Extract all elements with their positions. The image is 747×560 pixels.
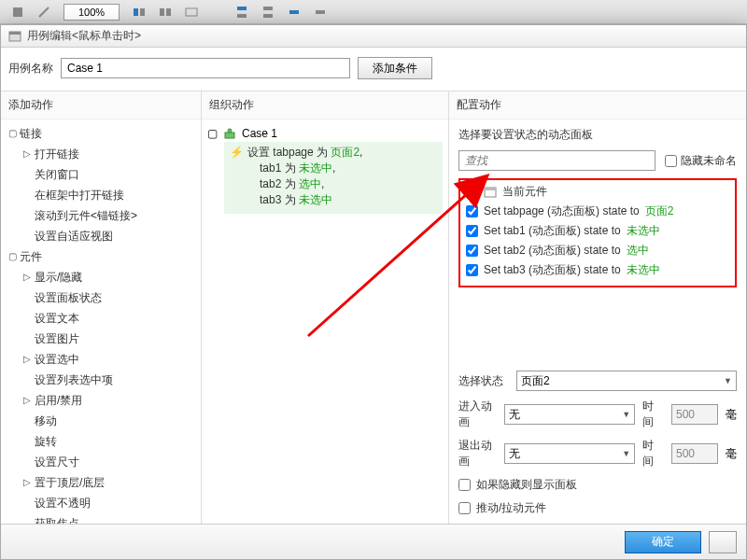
svg-rect-2 <box>140 8 145 16</box>
toolbar-btn[interactable] <box>34 3 54 21</box>
tree-item[interactable]: ▷打开链接 <box>16 144 201 164</box>
tree-item[interactable]: 设置不透明 <box>16 493 201 513</box>
toolbar-btn[interactable] <box>155 3 176 21</box>
caret-right-icon: ▷ <box>21 473 33 492</box>
svg-rect-6 <box>237 7 247 10</box>
panel-checkbox[interactable] <box>466 264 478 276</box>
toolbar-btn[interactable] <box>284 3 304 21</box>
svg-rect-0 <box>13 7 22 17</box>
tree-item[interactable]: 移动 <box>16 411 201 431</box>
organize-scroll[interactable]: ▢ Case 1 ⚡设置 tabpage 为 页面2, tab1 为 未选中, … <box>202 119 448 524</box>
tree-item[interactable]: 设置图片 <box>16 329 201 349</box>
case-name-label: 用例名称 <box>8 61 53 77</box>
anim-out-dropdown[interactable]: 无▼ <box>504 443 635 464</box>
select-state-dropdown[interactable]: 页面2▼ <box>516 371 737 391</box>
list-item[interactable]: Set tab1 (动态面板) state to 未选中 <box>464 221 731 241</box>
time-unit: 毫 <box>726 407 737 423</box>
svg-rect-13 <box>9 32 21 35</box>
tree-group-links[interactable]: ▢链接 <box>1 123 201 144</box>
actions-tree: ▢链接 ▷打开链接 关闭窗口 在框架中打开链接 滚动到元件<锚链接> 设置自适应… <box>1 123 201 524</box>
panel-checkbox[interactable] <box>466 186 478 198</box>
org-action-item[interactable]: ⚡设置 tabpage 为 页面2, tab1 为 未选中, tab2 为 选中… <box>224 142 443 214</box>
svg-rect-17 <box>485 188 496 190</box>
hide-unnamed-label: 隐藏未命名 <box>681 153 737 169</box>
svg-point-15 <box>228 129 232 133</box>
add-condition-button[interactable]: 添加条件 <box>358 57 432 79</box>
org-case-node[interactable]: ▢ Case 1 <box>207 127 443 140</box>
caret-down-icon: ▢ <box>7 124 18 143</box>
search-input[interactable] <box>458 150 655 171</box>
panel-label: 当前元件 <box>502 184 547 200</box>
caret-down-icon: ▢ <box>7 247 18 266</box>
caret-right-icon: ▷ <box>21 268 33 287</box>
show-if-hidden-checkbox[interactable] <box>458 479 471 491</box>
tree-item[interactable]: 设置尺寸 <box>16 452 201 472</box>
tree-item[interactable]: ▷显示/隐藏 <box>16 267 201 287</box>
panel-checkbox[interactable] <box>466 225 478 237</box>
widget-icon <box>484 187 497 198</box>
case-editor-dialog: 用例编辑<鼠标单击时> 用例名称 添加条件 添加动作 ▢链接 ▷打开链接 关闭窗… <box>0 24 747 560</box>
tree-group-widgets[interactable]: ▢元件 <box>1 246 201 267</box>
add-actions-header: 添加动作 <box>1 91 201 119</box>
dialog-icon <box>8 30 21 43</box>
zoom-input[interactable]: 100% <box>63 4 120 21</box>
secondary-button[interactable] <box>709 531 737 553</box>
anim-in-row: 进入动画 无▼ 时间 毫 <box>458 399 737 430</box>
panel-checkbox-list: 当前元件 Set tabpage (动态面板) state to 页面2 Set… <box>458 178 737 287</box>
anim-out-time-input[interactable] <box>671 443 718 464</box>
anim-in-dropdown[interactable]: 无▼ <box>504 404 635 425</box>
tree-item[interactable]: ▷启用/禁用 <box>16 390 201 411</box>
tree-item[interactable]: 在框架中打开链接 <box>16 185 201 205</box>
tree-item[interactable]: 旋转 <box>16 431 201 452</box>
organize-actions-column: 组织动作 ▢ Case 1 ⚡设置 tabpage 为 页面2, tab1 为 … <box>202 91 449 524</box>
tree-item[interactable]: 设置列表选中项 <box>16 370 201 390</box>
toolbar-btn[interactable] <box>258 3 278 21</box>
tree-item[interactable]: 滚动到元件<锚链接> <box>16 205 201 226</box>
configure-actions-column: 配置动作 选择要设置状态的动态面板 隐藏未命名 当前元件 Set tabpage… <box>449 91 746 524</box>
anim-in-time-input[interactable] <box>671 404 718 425</box>
caret-right-icon: ▷ <box>21 145 33 163</box>
caret-right-icon: ▷ <box>21 391 33 410</box>
svg-rect-10 <box>289 10 299 14</box>
list-item[interactable]: Set tab2 (动态面板) state to 选中 <box>464 241 731 260</box>
svg-rect-14 <box>225 133 234 138</box>
columns: 添加动作 ▢链接 ▷打开链接 关闭窗口 在框架中打开链接 滚动到元件<锚链接> … <box>1 91 746 524</box>
tree-item[interactable]: 设置面板状态 <box>16 287 201 308</box>
toolbar-btn[interactable] <box>7 3 28 21</box>
tree-item[interactable]: 设置自适应视图 <box>16 226 201 246</box>
panel-checkbox[interactable] <box>466 205 478 217</box>
toolbar-btn[interactable] <box>232 3 252 21</box>
list-item[interactable]: 当前元件 <box>464 182 731 202</box>
svg-rect-1 <box>134 8 138 16</box>
toolbar-btn[interactable] <box>129 3 149 21</box>
push-pull-checkbox[interactable] <box>458 502 471 514</box>
tree-item[interactable]: 关闭窗口 <box>16 164 201 185</box>
toolbar-btn[interactable] <box>181 3 202 21</box>
svg-rect-5 <box>186 8 197 16</box>
list-item[interactable]: Set tabpage (动态面板) state to 页面2 <box>464 202 731 221</box>
add-actions-column: 添加动作 ▢链接 ▷打开链接 关闭窗口 在框架中打开链接 滚动到元件<锚链接> … <box>1 91 202 524</box>
tree-item[interactable]: ▷设置选中 <box>16 349 201 370</box>
tree-item[interactable]: 获取焦点 <box>16 513 201 524</box>
anim-out-label: 退出动画 <box>458 438 497 469</box>
tree-item[interactable]: ▷置于顶层/底层 <box>16 472 201 493</box>
ok-button[interactable]: 确定 <box>625 531 701 553</box>
case-name-input[interactable] <box>61 58 350 78</box>
tree-item[interactable]: 设置文本 <box>16 308 201 329</box>
dialog-title: 用例编辑<鼠标单击时> <box>27 28 141 44</box>
bolt-icon: ⚡ <box>230 146 244 159</box>
chevron-down-icon: ▼ <box>622 410 630 419</box>
time-label: 时间 <box>642 399 664 430</box>
app-toolbar: 100% <box>0 0 747 24</box>
svg-rect-9 <box>263 14 273 18</box>
panel-checkbox[interactable] <box>466 245 478 257</box>
time-label: 时间 <box>642 438 664 469</box>
svg-rect-7 <box>237 14 247 18</box>
svg-rect-4 <box>166 8 171 16</box>
dialog-titlebar: 用例编辑<鼠标单击时> <box>1 25 746 48</box>
svg-rect-11 <box>316 10 325 14</box>
hide-unnamed-checkbox[interactable] <box>665 155 677 167</box>
list-item[interactable]: Set tab3 (动态面板) state to 未选中 <box>464 260 731 280</box>
toolbar-btn[interactable] <box>310 3 331 21</box>
actions-tree-scroll[interactable]: ▢链接 ▷打开链接 关闭窗口 在框架中打开链接 滚动到元件<锚链接> 设置自适应… <box>1 119 201 524</box>
